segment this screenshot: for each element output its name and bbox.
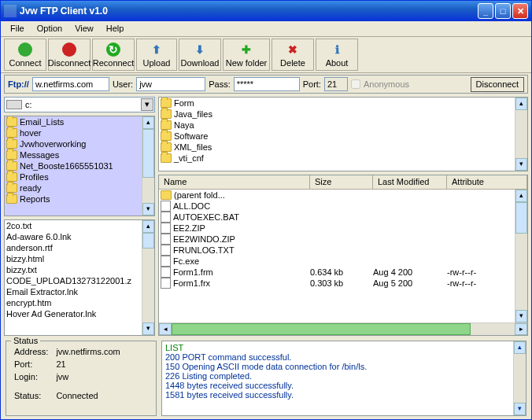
list-item[interactable]: Software (159, 131, 515, 142)
scrollbar[interactable]: ▴ ▾ (142, 220, 154, 335)
download-button[interactable]: ⬇Download (179, 39, 221, 71)
scrollbar[interactable]: ▴ ▾ (513, 341, 526, 415)
local-folder-pane[interactable]: Email_ListshoverJvwhoverworkingMessagesN… (4, 116, 155, 216)
maximize-button[interactable]: □ (495, 3, 511, 19)
pass-label: Pass: (209, 79, 231, 89)
file-name: Form1.frm (173, 267, 213, 277)
connect-button[interactable]: Connect (4, 39, 46, 71)
table-row[interactable]: Form1.frm0.634 kbAug 4 200-rw-r--r- (159, 267, 515, 278)
file-icon (161, 245, 171, 256)
titlebar[interactable]: Jvw FTP Client v1.0 _ □ ✕ (1, 1, 531, 21)
status-status-label: Status: (11, 390, 51, 401)
list-item[interactable]: hover (5, 127, 142, 138)
col-modified[interactable]: Last Modified (373, 175, 447, 189)
scroll-down-icon[interactable]: ▾ (514, 403, 526, 415)
col-attribute[interactable]: Attribute (447, 175, 527, 189)
port-input[interactable] (324, 77, 348, 91)
table-row[interactable]: EE2WINDO.ZIP (159, 234, 515, 245)
local-file-pane[interactable]: 2co.txtAd-aware 6.0.lnkanderson.rtfbizzy… (4, 219, 155, 336)
list-item[interactable]: encrypt.htm (5, 297, 142, 308)
list-item[interactable]: Email Extractor.lnk (5, 286, 142, 297)
reconnect-button[interactable]: ↻Reconnect (92, 39, 135, 71)
file-icon (161, 212, 171, 223)
file-modified: Aug 5 200 (373, 278, 447, 288)
list-item[interactable]: Ad-aware 6.0.lnk (5, 231, 142, 242)
drive-select[interactable]: c: ▾ (4, 97, 155, 112)
remote-file-pane[interactable]: Name Size Last Modified Attribute (paren… (158, 175, 528, 336)
menu-view[interactable]: View (68, 21, 100, 36)
item-label: ready (20, 183, 42, 193)
item-label: _vti_cnf (174, 153, 204, 163)
list-item[interactable]: Jvwhoverworking (5, 138, 142, 149)
list-item[interactable]: XML_files (159, 142, 515, 153)
scrollbar[interactable]: ▴ ▾ (515, 98, 527, 171)
list-item[interactable]: ready (5, 182, 142, 193)
scroll-down-icon[interactable]: ▾ (515, 310, 527, 322)
item-label: Email_Lists (20, 117, 64, 127)
item-label: bizzy.html (6, 254, 44, 263)
remote-folder-pane[interactable]: FormJava_filesNayaSoftwareXML_files_vti_… (158, 97, 528, 171)
list-item[interactable]: Java_files (159, 109, 515, 120)
list-item[interactable]: CODE_UPLOAD13273122001.z (5, 275, 142, 286)
scroll-down-icon[interactable]: ▾ (142, 322, 154, 335)
scroll-down-icon[interactable]: ▾ (142, 203, 154, 216)
list-item[interactable]: Hover Ad Generator.lnk (5, 308, 142, 319)
pass-input[interactable] (234, 77, 300, 91)
newfolder-button[interactable]: ✚New folder (223, 39, 270, 71)
item-label: CODE_UPLOAD13273122001.z (6, 276, 131, 286)
scrollbar[interactable]: ▴ ▾ (142, 116, 154, 216)
col-name[interactable]: Name (159, 175, 310, 189)
list-item[interactable]: Naya (159, 120, 515, 131)
list-item[interactable]: Messages (5, 149, 142, 160)
user-input[interactable] (136, 77, 205, 91)
col-size[interactable]: Size (310, 175, 373, 189)
scroll-up-icon[interactable]: ▴ (515, 98, 527, 110)
column-header[interactable]: Name Size Last Modified Attribute (159, 175, 527, 190)
delete-button[interactable]: ✖Delete (272, 39, 314, 71)
anonymous-checkbox[interactable] (351, 79, 360, 89)
table-row[interactable]: Form1.frx0.303 kbAug 5 200-rw-r--r- (159, 278, 515, 289)
list-item[interactable]: bizzy.txt (5, 264, 142, 275)
scroll-up-icon[interactable]: ▴ (142, 116, 154, 129)
table-row[interactable]: AUTOEXEC.BAT (159, 212, 515, 223)
chevron-down-icon[interactable]: ▾ (141, 98, 153, 111)
scroll-up-icon[interactable]: ▴ (515, 190, 527, 202)
scroll-right-icon[interactable]: ▸ (515, 323, 527, 335)
table-row[interactable]: ALL.DOC (159, 201, 515, 212)
list-item[interactable]: bizzy.html (5, 253, 142, 264)
upload-button[interactable]: ⬆Upload (136, 39, 177, 71)
list-item[interactable]: Form (159, 98, 515, 109)
scroll-up-icon[interactable]: ▴ (142, 220, 154, 233)
list-item[interactable]: Net_Booste1665551031 (5, 160, 142, 171)
scroll-down-icon[interactable]: ▾ (515, 158, 527, 171)
item-label: Reports (20, 194, 50, 204)
list-item[interactable]: Email_Lists (5, 116, 142, 127)
table-row[interactable]: EE2.ZIP (159, 223, 515, 234)
close-button[interactable]: ✕ (512, 3, 528, 19)
disconnect-conn-button[interactable]: Disconnect (471, 77, 524, 92)
list-item[interactable]: Reports (5, 193, 142, 204)
host-input[interactable] (32, 77, 109, 91)
scrollbar[interactable]: ▴ ▾ (515, 190, 527, 322)
item-label: Email Extractor.lnk (6, 287, 78, 297)
table-row[interactable]: FRUNLOG.TXT (159, 245, 515, 256)
minimize-button[interactable]: _ (478, 3, 493, 19)
item-label: Profiles (20, 172, 49, 182)
menu-option[interactable]: Option (31, 21, 68, 36)
scroll-up-icon[interactable]: ▴ (514, 341, 526, 354)
list-item[interactable]: anderson.rtf (5, 242, 142, 253)
log-box[interactable]: LIST 200 PORT command successful. 150 Op… (161, 341, 526, 416)
scrollbar-horizontal[interactable]: ◂ ▸ (159, 322, 527, 335)
status-port: 21 (53, 359, 123, 370)
scroll-left-icon[interactable]: ◂ (159, 323, 172, 335)
menu-file[interactable]: File (4, 21, 31, 36)
about-button[interactable]: ℹAbout (316, 39, 358, 71)
list-item[interactable]: 2co.txt (5, 220, 142, 231)
disconnect-button[interactable]: Disconnect (48, 39, 91, 71)
list-item[interactable]: Profiles (5, 171, 142, 182)
table-row[interactable]: Fc.exe (159, 256, 515, 267)
menu-help[interactable]: Help (100, 21, 131, 36)
table-row[interactable]: (parent fold... (159, 190, 515, 201)
log-line: 1581 bytes received successfully. (165, 390, 523, 400)
list-item[interactable]: _vti_cnf (159, 153, 515, 164)
